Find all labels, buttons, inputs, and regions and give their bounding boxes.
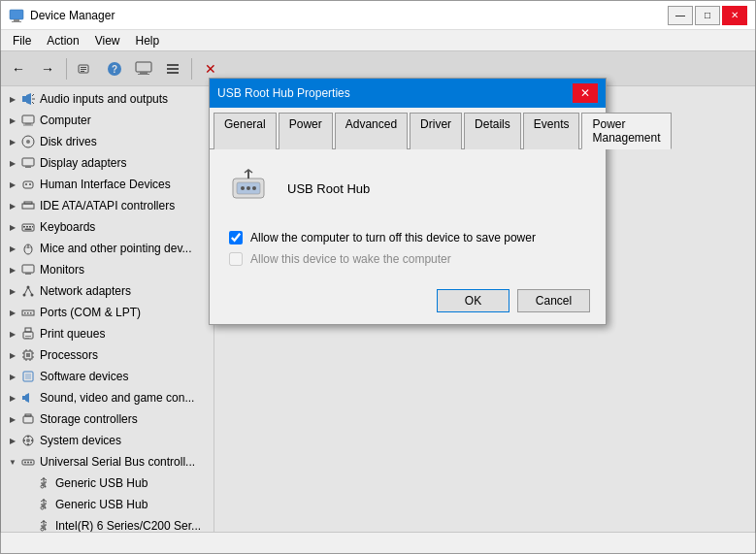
tab-driver[interactable]: Driver bbox=[410, 113, 462, 149]
allow-turnoff-label: Allow the computer to turn off this devi… bbox=[250, 231, 536, 244]
cancel-button[interactable]: Cancel bbox=[517, 289, 590, 312]
tab-power[interactable]: Power bbox=[279, 113, 333, 149]
device-header: USB Root Hub bbox=[225, 165, 590, 212]
checkbox-row-2: Allow this device to wake the computer bbox=[229, 252, 590, 266]
tab-events[interactable]: Events bbox=[523, 113, 580, 149]
svg-point-98 bbox=[241, 186, 245, 190]
ok-button[interactable]: OK bbox=[437, 289, 509, 312]
menu-action[interactable]: Action bbox=[39, 32, 86, 49]
tab-general[interactable]: General bbox=[214, 113, 277, 149]
allow-turnoff-checkbox[interactable] bbox=[229, 231, 243, 244]
dialog-footer: OK Cancel bbox=[210, 281, 606, 324]
dialog-tabs: General Power Advanced Driver Details Ev… bbox=[210, 108, 606, 149]
properties-dialog: USB Root Hub Properties ✕ General Power … bbox=[209, 78, 607, 325]
allow-wakeup-label: Allow this device to wake the computer bbox=[250, 252, 451, 266]
app-icon bbox=[9, 8, 24, 23]
tab-advanced[interactable]: Advanced bbox=[335, 113, 408, 149]
window-title: Device Manager bbox=[30, 9, 662, 22]
status-bar bbox=[1, 532, 755, 553]
dialog-close-button[interactable]: ✕ bbox=[573, 83, 598, 103]
svg-point-100 bbox=[252, 186, 256, 190]
power-options: Allow the computer to turn off this devi… bbox=[225, 231, 590, 266]
device-icon bbox=[225, 165, 272, 212]
minimize-button[interactable]: — bbox=[668, 6, 693, 25]
window-controls: — □ ✕ bbox=[668, 6, 747, 25]
dialog-title: USB Root Hub Properties bbox=[217, 86, 573, 100]
svg-rect-1 bbox=[14, 19, 19, 21]
menu-help[interactable]: Help bbox=[128, 32, 168, 49]
close-button[interactable]: ✕ bbox=[722, 6, 747, 25]
menu-bar: File Action View Help bbox=[1, 30, 755, 51]
svg-rect-2 bbox=[12, 21, 21, 22]
tab-details[interactable]: Details bbox=[464, 113, 521, 149]
checkbox-row-1: Allow the computer to turn off this devi… bbox=[229, 231, 590, 244]
svg-point-99 bbox=[247, 186, 250, 190]
allow-wakeup-checkbox[interactable] bbox=[229, 252, 243, 266]
tab-power-management[interactable]: Power Management bbox=[581, 113, 671, 149]
menu-file[interactable]: File bbox=[5, 32, 39, 49]
title-bar: Device Manager — □ ✕ bbox=[1, 1, 755, 30]
maximize-button[interactable]: □ bbox=[695, 6, 720, 25]
dialog-title-bar: USB Root Hub Properties ✕ bbox=[210, 79, 606, 108]
svg-rect-0 bbox=[10, 10, 23, 19]
device-name: USB Root Hub bbox=[287, 181, 370, 196]
dialog-content: USB Root Hub Allow the computer to turn … bbox=[210, 149, 606, 281]
menu-view[interactable]: View bbox=[87, 32, 128, 49]
